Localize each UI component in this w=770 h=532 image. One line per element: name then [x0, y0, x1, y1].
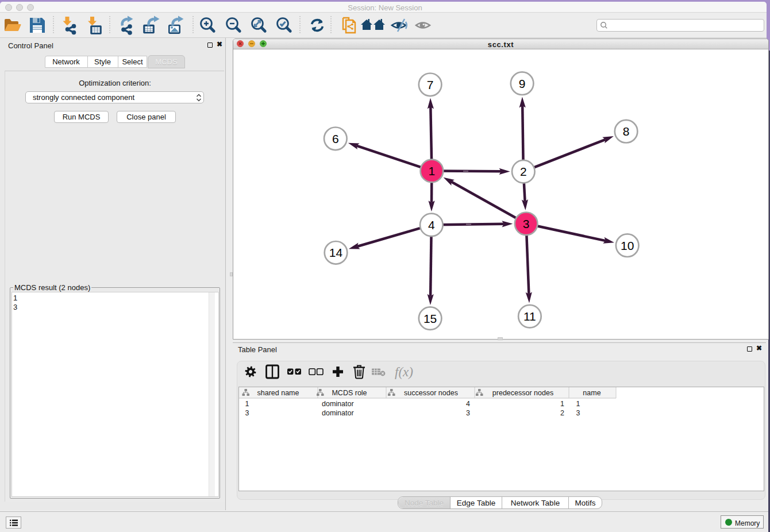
svg-text:name: name	[583, 389, 600, 397]
svg-text:14: 14	[329, 246, 343, 259]
svg-text:7: 7	[427, 78, 434, 91]
svg-text:shared name: shared name	[257, 389, 299, 397]
svg-text:1: 1	[429, 164, 436, 178]
svg-text:9: 9	[519, 77, 526, 90]
svg-text:successor nodes: successor nodes	[404, 389, 458, 397]
svg-text:MCDS role: MCDS role	[332, 389, 367, 397]
svg-text:10: 10	[621, 239, 634, 252]
svg-text:4: 4	[428, 218, 435, 232]
svg-text:1: 1	[576, 400, 580, 408]
svg-text:f(x): f(x)	[395, 365, 413, 379]
svg-text:11: 11	[523, 310, 536, 323]
svg-text:8: 8	[623, 125, 630, 138]
svg-text:dominator: dominator	[322, 409, 354, 417]
svg-text:1: 1	[560, 400, 564, 408]
svg-text:6: 6	[332, 132, 339, 145]
svg-text:predecessor nodes: predecessor nodes	[492, 389, 553, 397]
svg-text:3: 3	[576, 409, 580, 417]
svg-text:1: 1	[245, 400, 249, 408]
svg-text:15: 15	[424, 312, 437, 325]
svg-text:3: 3	[523, 217, 530, 230]
svg-text:2: 2	[520, 165, 527, 178]
svg-text:3: 3	[245, 409, 249, 417]
svg-text:2: 2	[560, 409, 564, 417]
svg-text:3: 3	[466, 409, 470, 417]
svg-text:dominator: dominator	[322, 400, 354, 408]
svg-text:4: 4	[466, 400, 470, 408]
